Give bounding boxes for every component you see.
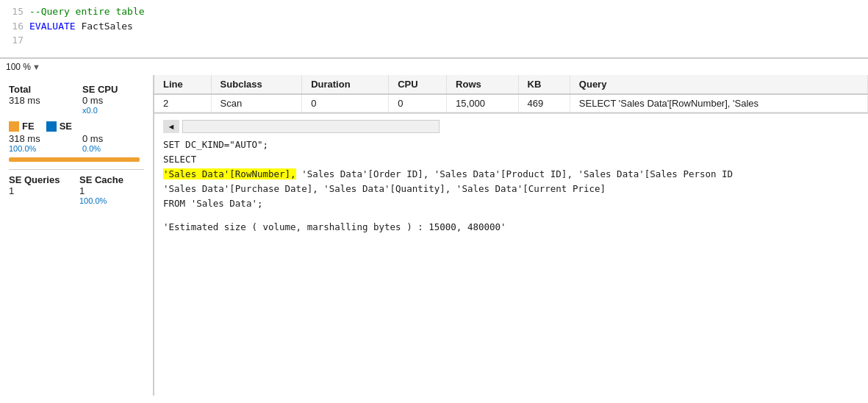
total-se-cpu-row: Total 318 ms SE CPU 0 ms x0.0 (9, 84, 144, 115)
se-color-box (46, 121, 57, 132)
fe-color-box (9, 121, 19, 132)
editor-line-17: 17 (6, 33, 859, 48)
fe-pct: 100.0% (9, 144, 68, 153)
col-duration: Duration (302, 75, 389, 94)
col-query: Query (570, 75, 867, 94)
scroll-hint: ◄ (163, 120, 859, 133)
query-highlighted-part: 'Sales Data'[RowNumber], (163, 168, 296, 179)
editor-line-16: 16 EVALUATE FactSales (6, 19, 859, 34)
col-rows: Rows (447, 75, 518, 94)
se-label: SE (60, 121, 72, 132)
zoom-dropdown-btn[interactable]: ▼ (32, 63, 40, 71)
line-number-16: 16 (6, 19, 24, 34)
progress-bar-fe (9, 157, 140, 162)
code-ident-factsales: FactSales (76, 19, 133, 34)
col-kb: KB (518, 75, 570, 94)
query-line3: FROM 'Sales Data'; (163, 196, 859, 211)
code-comment-15: --Query entire table (29, 4, 145, 19)
total-block: Total 318 ms (9, 84, 68, 115)
progress-row (9, 157, 144, 162)
se-cpu-sub: x0.0 (82, 106, 141, 115)
table-header-row: Line Subclass Duration CPU Rows KB Query (154, 75, 868, 94)
se-cpu-value: 0 ms (82, 95, 141, 106)
fe-legend: FE (9, 121, 35, 132)
query-select-line: SELECT (163, 152, 859, 167)
query-highlighted-row: 'Sales Data'[RowNumber], 'Sales Data'[Or… (163, 167, 859, 182)
query-line2: 'Sales Data'[Purchase Date], 'Sales Data… (163, 182, 859, 196)
progress-bar-container (9, 157, 140, 162)
se-queries-label: SE Queries (9, 174, 68, 185)
line-number-17: 17 (6, 33, 24, 48)
se-value-block: 0 ms 0.0% (82, 133, 141, 153)
total-label: Total (9, 84, 68, 95)
se-cache-value: 1 (79, 185, 138, 196)
fe-se-values-row: 318 ms 100.0% 0 ms 0.0% (9, 133, 144, 153)
fe-value-block: 318 ms 100.0% (9, 133, 68, 153)
stats-panel: Total 318 ms SE CPU 0 ms x0.0 FE SE 318 … (0, 75, 154, 396)
zoom-value: 100 % (6, 62, 31, 72)
query-set-line: SET DC_KIND="AUTO"; (163, 138, 859, 152)
cell-line: 2 (154, 94, 211, 113)
cell-duration: 0 (302, 94, 389, 113)
divider (9, 169, 144, 170)
code-keyword-evaluate: EVALUATE (29, 19, 76, 34)
se-cpu-label: SE CPU (82, 84, 141, 95)
total-value: 318 ms (9, 95, 68, 106)
main-content: Total 318 ms SE CPU 0 ms x0.0 FE SE 318 … (0, 75, 868, 396)
editor-line-15: 15 --Query entire table (6, 4, 859, 19)
se-cpu-block: SE CPU 0 ms x0.0 (82, 84, 141, 115)
se-cache-pct: 100.0% (79, 196, 138, 205)
queries-row: SE Queries 1 SE Cache 1 100.0% (9, 174, 144, 205)
fe-label: FE (22, 121, 35, 132)
cell-kb: 469 (518, 94, 570, 113)
cell-subclass: Scan (211, 94, 302, 113)
results-table: Line Subclass Duration CPU Rows KB Query… (154, 75, 868, 113)
cell-cpu: 0 (389, 94, 447, 113)
se-cache-block: SE Cache 1 100.0% (79, 174, 138, 205)
scroll-left-arrow[interactable]: ◄ (163, 120, 179, 133)
cell-rows: 15,000 (447, 94, 518, 113)
scroll-track[interactable] (182, 120, 440, 133)
se-value: 0 ms (82, 133, 141, 144)
query-text-block: SET DC_KIND="AUTO"; SELECT 'Sales Data'[… (163, 138, 859, 211)
query-detail: ◄ SET DC_KIND="AUTO"; SELECT 'Sales Data… (154, 113, 868, 396)
results-table-wrap[interactable]: Line Subclass Duration CPU Rows KB Query… (154, 75, 868, 113)
legend-row: FE SE (9, 121, 144, 132)
estimated-size: 'Estimated size ( volume, marshalling by… (163, 221, 859, 232)
col-cpu: CPU (389, 75, 447, 94)
se-legend: SE (46, 121, 72, 132)
line-number-15: 15 (6, 4, 24, 19)
se-queries-block: SE Queries 1 (9, 174, 68, 205)
col-line: Line (154, 75, 211, 94)
fe-value: 318 ms (9, 133, 68, 144)
table-row[interactable]: 2 Scan 0 0 15,000 469 SELECT 'Sales Data… (154, 94, 868, 113)
editor-area: 15 --Query entire table 16 EVALUATE Fact… (0, 0, 868, 59)
se-cache-label: SE Cache (79, 174, 138, 185)
se-pct: 0.0% (82, 144, 141, 153)
col-subclass: Subclass (211, 75, 302, 94)
zoom-bar[interactable]: 100 % ▼ (0, 59, 868, 75)
query-rest-line1: 'Sales Data'[Order ID], 'Sales Data'[Pro… (296, 168, 734, 179)
results-panel: Line Subclass Duration CPU Rows KB Query… (154, 75, 868, 396)
se-queries-value: 1 (9, 185, 68, 196)
cell-query: SELECT 'Sales Data'[RowNumber], 'Sales (570, 94, 867, 113)
